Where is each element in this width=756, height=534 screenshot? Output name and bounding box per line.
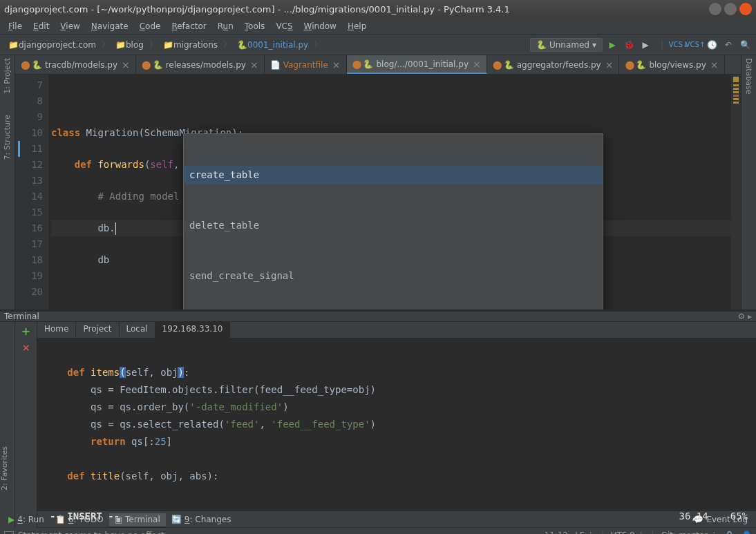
minimize-button[interactable]: [709, 3, 721, 15]
breadcrumb-blog[interactable]: 📁 blog: [111, 39, 148, 51]
coverage-button[interactable]: ▶: [639, 38, 652, 52]
run-config-selector[interactable]: 🐍 Unnamed ▾: [530, 38, 603, 52]
status-line-ending[interactable]: LF ⇣: [575, 531, 594, 535]
vim-mode: -- INSERT --: [50, 508, 120, 525]
breadcrumb-sep: 〉: [149, 39, 158, 50]
menu-navigate[interactable]: Navigate: [86, 21, 134, 31]
left-tool-strip: 1: Project 7: Structure: [0, 55, 15, 309]
breadcrumb-migrations[interactable]: 📁 migrations: [159, 39, 222, 51]
close-button[interactable]: [739, 3, 752, 15]
editor-tab[interactable]: ●🐍blog/views.py×: [619, 55, 724, 74]
close-tab-icon[interactable]: ×: [710, 59, 719, 70]
autocomplete-item[interactable]: create_table: [184, 166, 603, 184]
run-button[interactable]: ▶: [605, 38, 619, 52]
editor-tabs: ●🐍tracdb/models.py× ●🐍releases/models.py…: [15, 55, 741, 75]
terminal-tabs: Home Project Local 192.168.33.10: [37, 322, 756, 338]
error-stripe[interactable]: [731, 75, 741, 309]
editor-tab[interactable]: ●🐍aggregator/feeds.py×: [487, 55, 620, 74]
close-tab-icon[interactable]: ×: [122, 59, 130, 70]
menu-refactor[interactable]: Refactor: [166, 21, 211, 31]
terminal-content[interactable]: def items(self, obj): qs = FeedItem.obje…: [37, 338, 756, 528]
menu-window[interactable]: Window: [299, 21, 342, 31]
autocomplete-item[interactable]: delete_table: [184, 216, 603, 235]
status-pos[interactable]: 11:12: [545, 531, 569, 535]
main-area: 1: Project 7: Structure ●🐍tracdb/models.…: [0, 55, 756, 309]
menu-vcs[interactable]: VCS: [270, 21, 298, 31]
editor-tab[interactable]: 📄Vagrantfile×: [265, 55, 347, 74]
vim-cursor: 36,14: [679, 508, 708, 525]
vcs-update-button[interactable]: VCS↓: [672, 38, 686, 52]
menu-help[interactable]: Help: [342, 21, 372, 31]
terminal-tab-active[interactable]: 192.168.33.10: [155, 322, 231, 338]
status-hector-icon[interactable]: 👤: [741, 531, 752, 535]
terminal-close-icon[interactable]: ×: [22, 342, 30, 353]
terminal-tab[interactable]: Local: [120, 322, 155, 338]
status-encoding[interactable]: UTF-8 ⇣: [611, 531, 645, 535]
terminal-tab[interactable]: Home: [37, 322, 76, 338]
breadcrumb-file[interactable]: 🐍 0001_initial.py: [233, 39, 312, 51]
editor-tab[interactable]: ●🐍tracdb/models.py×: [15, 55, 136, 74]
vcs-revert-button[interactable]: ↶: [721, 38, 735, 52]
breadcrumb-sep: 〉: [102, 39, 110, 50]
code-content[interactable]: class Migration(SchemaMigration): def fo…: [48, 75, 731, 309]
editor-area: ●🐍tracdb/models.py× ●🐍releases/models.py…: [15, 55, 741, 309]
debug-button[interactable]: 🐞: [622, 38, 636, 52]
title-bar: djangoproject.com - [~/work/pythonproj/d…: [0, 0, 756, 18]
breadcrumb-root[interactable]: 📁 djangoproject.com: [4, 39, 100, 51]
line-gutter: 7 8 9 10 11 12 13 14 15 16 17 18 19 20: [15, 75, 48, 309]
close-tab-icon[interactable]: ×: [605, 59, 614, 70]
menu-view[interactable]: View: [55, 21, 85, 31]
breadcrumb-sep: 〉: [223, 39, 231, 50]
status-message: Statement seems to have no effect: [18, 531, 164, 535]
autocomplete-popup: create_table delete_table send_create_si…: [183, 133, 603, 309]
terminal-header: Terminal ⚙ ▸: [0, 312, 756, 322]
autocomplete-item[interactable]: send_create_signal: [184, 267, 603, 285]
terminal-new-icon[interactable]: +: [21, 325, 30, 338]
terminal-tab[interactable]: Project: [76, 322, 119, 338]
breadcrumb-sep: 〉: [314, 39, 322, 50]
vcs-commit-button[interactable]: VCS↑: [688, 38, 702, 52]
terminal-status: -- INSERT -- 36,14 65%: [50, 508, 748, 525]
terminal-panel: Terminal ⚙ ▸ 2: Favorites + × Home Proje…: [0, 312, 756, 511]
tool-database[interactable]: Database: [744, 58, 753, 95]
editor-tab[interactable]: ●🐍releases/models.py×: [136, 55, 265, 74]
left-tool-strip-lower: 2: Favorites: [0, 322, 15, 528]
navigation-bar: 📁 djangoproject.com 〉 📁 blog 〉 📁 migrati…: [0, 35, 756, 55]
tool-structure[interactable]: 7: Structure: [3, 115, 12, 160]
menu-code[interactable]: Code: [134, 21, 167, 31]
menu-edit[interactable]: Edit: [28, 21, 55, 31]
tool-favorites[interactable]: 2: Favorites: [0, 446, 9, 490]
terminal-settings-icon[interactable]: ⚙ ▸: [737, 312, 752, 321]
menu-run[interactable]: Run: [212, 21, 239, 31]
terminal-title: Terminal: [4, 312, 39, 321]
menu-file[interactable]: File: [3, 21, 28, 31]
status-git-branch[interactable]: Git: master ⇣: [661, 531, 717, 535]
menu-bar: File Edit View Navigate Code Refactor Ru…: [0, 18, 756, 35]
status-bar: Statement seems to have no effect 11:12 …: [0, 527, 756, 534]
close-tab-icon[interactable]: ×: [332, 59, 341, 70]
right-tool-strip: Database: [741, 55, 756, 309]
close-tab-icon[interactable]: ×: [250, 59, 258, 70]
editor-body[interactable]: 7 8 9 10 11 12 13 14 15 16 17 18 19 20 c…: [15, 75, 741, 309]
editor-tab-active[interactable]: ●🐍blog/.../0001_initial.py×: [347, 55, 487, 74]
search-button[interactable]: 🔍: [738, 38, 752, 52]
menu-tools[interactable]: Tools: [239, 21, 271, 31]
tool-project[interactable]: 1: Project: [3, 58, 12, 94]
vcs-history-button[interactable]: 🕓: [705, 38, 719, 52]
terminal-toolbar: + ×: [15, 322, 37, 528]
vim-percent: 65%: [730, 508, 748, 525]
maximize-button[interactable]: [724, 3, 737, 15]
vcs-sep: |: [655, 38, 669, 52]
status-rect-icon[interactable]: [4, 531, 14, 535]
close-tab-icon[interactable]: ×: [473, 59, 481, 70]
status-lock-icon[interactable]: 🔒: [724, 531, 735, 535]
window-title: djangoproject.com - [~/work/pythonproj/d…: [4, 4, 706, 15]
